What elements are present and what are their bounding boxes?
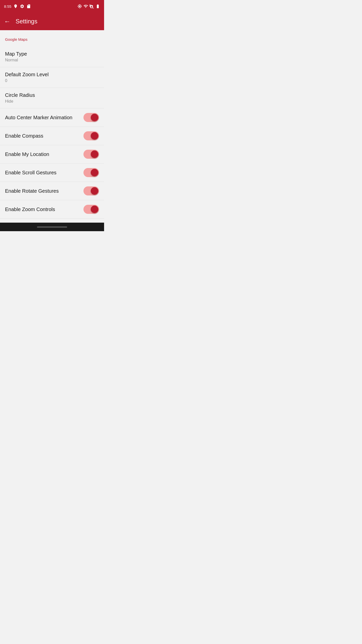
setting-item-enable-scroll-gestures[interactable]: Enable Scroll Gestures bbox=[0, 164, 104, 182]
setting-item-enable-rotate-gestures[interactable]: Enable Rotate Gestures bbox=[0, 182, 104, 200]
setting-item-enable-zoom-controls[interactable]: Enable Zoom Controls bbox=[0, 200, 104, 218]
setting-value-default-zoom-level: 0 bbox=[5, 78, 49, 83]
toggle-enable-rotate-gestures[interactable] bbox=[83, 186, 99, 195]
location-icon bbox=[13, 4, 18, 9]
setting-item-enable-my-location[interactable]: Enable My Location bbox=[0, 145, 104, 163]
setting-item-text: Enable Zoom Controls bbox=[5, 207, 55, 212]
setting-label-enable-compass: Enable Compass bbox=[5, 133, 43, 139]
status-bar: 8:55 bbox=[0, 0, 104, 13]
setting-item-text: Enable My Location bbox=[5, 151, 49, 157]
setting-label-circle-radius: Circle Radius bbox=[5, 92, 35, 98]
gps-icon bbox=[77, 4, 82, 9]
setting-item-text: Circle Radius Hide bbox=[5, 92, 35, 104]
setting-item-enable-compass[interactable]: Enable Compass bbox=[0, 127, 104, 145]
battery-icon bbox=[96, 4, 100, 9]
section-title: Google Maps bbox=[0, 34, 104, 47]
toggle-knob bbox=[91, 206, 98, 213]
signal-icon bbox=[89, 4, 94, 9]
sd-card-icon bbox=[26, 4, 31, 9]
setting-item-text: Enable Compass bbox=[5, 133, 43, 139]
toggle-knob bbox=[91, 132, 98, 140]
toggle-knob bbox=[91, 169, 98, 176]
setting-item-default-zoom-level[interactable]: Default Zoom Level 0 bbox=[0, 67, 104, 88]
setting-item-text: Default Zoom Level 0 bbox=[5, 72, 49, 83]
gear-icon bbox=[20, 4, 24, 9]
home-bar bbox=[37, 226, 67, 228]
home-indicator bbox=[0, 223, 104, 231]
status-time: 8:55 bbox=[4, 4, 11, 9]
toggle-enable-scroll-gestures[interactable] bbox=[83, 168, 99, 177]
settings-content: Google Maps Map Type Normal Default Zoom… bbox=[0, 30, 104, 223]
setting-label-auto-center-marker-animation: Auto Center Marker Animation bbox=[5, 115, 72, 120]
app-bar: ← Settings bbox=[0, 13, 104, 30]
setting-value-map-type: Normal bbox=[5, 58, 27, 62]
back-button[interactable]: ← bbox=[4, 18, 11, 25]
setting-label-enable-rotate-gestures: Enable Rotate Gestures bbox=[5, 188, 59, 194]
setting-item-circle-radius[interactable]: Circle Radius Hide bbox=[0, 88, 104, 108]
status-bar-left: 8:55 bbox=[4, 4, 31, 9]
setting-label-default-zoom-level: Default Zoom Level bbox=[5, 72, 49, 77]
toggle-knob bbox=[91, 114, 98, 121]
setting-item-text: Map Type Normal bbox=[5, 51, 27, 62]
setting-item-text: Auto Center Marker Animation bbox=[5, 115, 72, 120]
setting-value-circle-radius: Hide bbox=[5, 99, 35, 104]
toggle-enable-zoom-controls[interactable] bbox=[83, 205, 99, 214]
divider bbox=[0, 218, 104, 219]
toggle-knob bbox=[91, 187, 98, 195]
setting-label-enable-my-location: Enable My Location bbox=[5, 151, 49, 157]
toggle-enable-compass[interactable] bbox=[83, 131, 99, 140]
setting-label-enable-zoom-controls: Enable Zoom Controls bbox=[5, 207, 55, 212]
status-bar-right bbox=[77, 4, 100, 9]
toggle-knob bbox=[91, 150, 98, 158]
setting-item-text: Enable Scroll Gestures bbox=[5, 170, 57, 176]
setting-item-auto-center-marker-animation[interactable]: Auto Center Marker Animation bbox=[0, 108, 104, 127]
setting-label-map-type: Map Type bbox=[5, 51, 27, 57]
setting-item-text: Enable Rotate Gestures bbox=[5, 188, 59, 194]
toggle-enable-my-location[interactable] bbox=[83, 150, 99, 159]
setting-item-map-type[interactable]: Map Type Normal bbox=[0, 47, 104, 67]
toggle-auto-center-marker-animation[interactable] bbox=[83, 113, 99, 122]
app-bar-title: Settings bbox=[16, 18, 37, 25]
setting-label-enable-scroll-gestures: Enable Scroll Gestures bbox=[5, 170, 57, 176]
wifi-icon bbox=[83, 4, 88, 9]
